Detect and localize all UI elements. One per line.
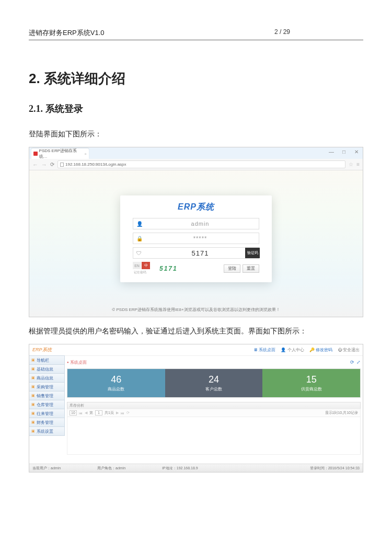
sidebar-item-purchase[interactable]: 采购管理 bbox=[29, 382, 65, 391]
url-text: 192.168.18.250:8013/Login.aspx bbox=[65, 162, 126, 167]
intro-text: 登陆界面如下图所示： bbox=[29, 128, 363, 141]
tile-customers-value: 24 bbox=[209, 374, 219, 385]
brand-text: ERP系统 bbox=[32, 347, 52, 353]
page-number: 2 / 29 bbox=[274, 28, 290, 38]
reload-icon[interactable]: ⟳ bbox=[50, 161, 54, 167]
tile-goods-value: 46 bbox=[111, 374, 121, 385]
panel-tools[interactable]: ⟳ ⤢ bbox=[350, 360, 361, 365]
window-close-icon[interactable]: ✕ bbox=[350, 147, 363, 156]
password-field[interactable]: 🔒 ***** bbox=[133, 233, 259, 244]
sidebar-item-finance[interactable]: 财务管理 bbox=[29, 418, 65, 427]
menu-change-pw[interactable]: 🔑 修改密码 bbox=[309, 347, 332, 353]
tile-suppliers[interactable]: 15 供货商总数 bbox=[262, 369, 360, 397]
subsection-heading: 2.1. 系统登录 bbox=[29, 102, 363, 115]
language-switch[interactable]: EN 中 bbox=[133, 262, 150, 269]
browser-titlebar: PSDS ERP进销存系统… × — □ ✕ bbox=[29, 147, 363, 159]
pager-prev-icon[interactable]: ◀ bbox=[85, 411, 87, 415]
status-role: 用户角色：admin bbox=[97, 466, 125, 471]
sidebar: 导航栏 基础信息 商品信息 采购管理 销售管理 仓库管理 往来管理 财务管理 系… bbox=[29, 356, 65, 460]
dashboard-topbar: ERP系统 🖥 系统桌面 👤 个人中心 🔑 修改密码 ⏻ 安全退出 bbox=[29, 344, 363, 356]
window-maximize-icon[interactable]: □ bbox=[338, 147, 350, 156]
status-bar: 当前用户：admin 用户角色：admin IP地址：192.168.18.9 … bbox=[29, 464, 363, 472]
status-user: 当前用户：admin bbox=[32, 466, 61, 471]
lang-cn-button[interactable]: 中 bbox=[142, 262, 150, 269]
verify-code-value: 5171 bbox=[145, 249, 256, 257]
username-value: admin bbox=[145, 221, 256, 227]
expand-icon[interactable]: ⤢ bbox=[356, 360, 361, 365]
login-button[interactable]: 登陆 bbox=[224, 264, 240, 273]
top-menu: 🖥 系统桌面 👤 个人中心 🔑 修改密码 ⏻ 安全退出 bbox=[253, 347, 360, 353]
login-card: ERP系统 👤 admin 🔒 ***** 🛡 5171 验证码 EN 中 bbox=[120, 195, 272, 282]
page-icon bbox=[60, 163, 64, 167]
browser-tab[interactable]: PSDS ERP进销存系统… × bbox=[31, 148, 89, 159]
lang-en-button[interactable]: EN bbox=[133, 262, 141, 269]
bookmark-icon[interactable]: ☆ bbox=[349, 161, 353, 167]
verify-code-field[interactable]: 🛡 5171 验证码 bbox=[133, 247, 259, 259]
pager-refresh-icon[interactable]: ⟳ bbox=[126, 411, 130, 415]
stat-tiles: 46 商品总数 24 客户总数 15 供货商总数 bbox=[67, 368, 361, 398]
pager-info: 显示1到10,共10记录 bbox=[325, 410, 358, 416]
tile-customers[interactable]: 24 客户总数 bbox=[165, 369, 263, 397]
nav-back-icon[interactable]: ← bbox=[32, 161, 38, 168]
address-bar[interactable]: 192.168.18.250:8013/Login.aspx bbox=[57, 160, 345, 168]
tile-suppliers-value: 15 bbox=[306, 374, 317, 385]
reset-button[interactable]: 重置 bbox=[243, 264, 259, 273]
page-size-select[interactable]: 10 bbox=[70, 410, 77, 416]
user-icon: 👤 bbox=[136, 221, 143, 227]
login-screenshot: PSDS ERP进销存系统… × — □ ✕ ← → ⟳ 192.168.18.… bbox=[29, 147, 363, 317]
doc-title: 进销存财务ERP系统V1.0 bbox=[29, 28, 104, 38]
tab-desktop[interactable]: 系统桌面 bbox=[67, 360, 87, 365]
window-minimize-icon[interactable]: — bbox=[325, 147, 338, 156]
tile-customers-label: 客户总数 bbox=[205, 386, 222, 392]
pager-next-icon[interactable]: ▶ bbox=[116, 411, 119, 415]
tab-favicon-icon bbox=[33, 152, 38, 156]
sidebar-item-goods[interactable]: 商品信息 bbox=[29, 373, 65, 383]
sidebar-item-settings[interactable]: 系统设置 bbox=[29, 426, 65, 436]
remember-password-label[interactable]: 记住密码 bbox=[134, 270, 150, 275]
pager-first-icon[interactable]: ⏮ bbox=[79, 411, 83, 415]
lock-icon: 🔒 bbox=[136, 236, 143, 241]
sidebar-item-warehouse[interactable]: 仓库管理 bbox=[29, 400, 65, 409]
tile-goods-label: 商品总数 bbox=[108, 386, 124, 392]
login-title: ERP系统 bbox=[133, 202, 259, 213]
captcha-image[interactable]: 5171 bbox=[159, 265, 178, 272]
tile-goods[interactable]: 46 商品总数 bbox=[67, 369, 165, 397]
document-header: 进销存财务ERP系统V1.0 2 / 29 bbox=[29, 28, 363, 40]
dashboard-screenshot: ERP系统 🖥 系统桌面 👤 个人中心 🔑 修改密码 ⏻ 安全退出 导航栏 基础… bbox=[29, 344, 363, 472]
tab-title: PSDS ERP进销存系统… bbox=[39, 148, 83, 159]
tab-close-icon[interactable]: × bbox=[84, 152, 87, 156]
nav-forward-icon[interactable]: → bbox=[41, 161, 47, 168]
main-content: 系统桌面 ⟳ ⤢ 46 商品总数 24 客户总数 bbox=[65, 356, 363, 460]
browser-toolbar: ← → ⟳ 192.168.18.250:8013/Login.aspx ☆ ≡ bbox=[29, 159, 363, 170]
sidebar-item-exchange[interactable]: 往来管理 bbox=[29, 409, 65, 418]
section-heading: 2. 系统详细介绍 bbox=[29, 70, 363, 88]
status-ip: IP地址：192.168.18.9 bbox=[162, 466, 198, 471]
pagination-bar[interactable]: 10 ⏮ ◀ 第 1 共1页 ▶ ⏭ ⟳ 显示1到10,共10记录 bbox=[67, 409, 361, 417]
menu-desktop[interactable]: 🖥 系统桌面 bbox=[253, 347, 275, 353]
sidebar-item-nav[interactable]: 导航栏 bbox=[29, 355, 65, 365]
data-grid-empty bbox=[67, 417, 361, 455]
sidebar-item-sales[interactable]: 销售管理 bbox=[29, 391, 65, 400]
tile-suppliers-label: 供货商总数 bbox=[301, 386, 322, 392]
menu-personal[interactable]: 👤 个人中心 bbox=[281, 347, 304, 353]
login-footer-text: © PSDS ERP进销存系统推荐使用IE8+浏览器或可以及谷歌浏览器以达到更佳… bbox=[29, 307, 363, 313]
username-field[interactable]: 👤 admin bbox=[133, 218, 259, 229]
after-login-text: 根据管理员提供的用户名密码输入，验证通过后进入到系统主页面。界面如下图所示： bbox=[29, 325, 363, 338]
panel-header: 库存分析 bbox=[67, 402, 361, 409]
refresh-icon[interactable]: ⟳ bbox=[350, 360, 354, 365]
pager-last-icon[interactable]: ⏭ bbox=[121, 411, 124, 415]
status-time: 登录时间：2016/5/24 10:54:33 bbox=[310, 466, 360, 471]
pager-prefix: 第 bbox=[89, 410, 93, 416]
menu-icon[interactable]: ≡ bbox=[356, 161, 360, 167]
sidebar-item-basic[interactable]: 基础信息 bbox=[29, 364, 65, 374]
password-value: ***** bbox=[145, 235, 256, 241]
verify-badge: 验证码 bbox=[245, 248, 260, 258]
pager-total: 共1页 bbox=[105, 410, 114, 416]
shield-icon: 🛡 bbox=[136, 250, 143, 256]
menu-logout[interactable]: ⏻ 安全退出 bbox=[338, 347, 360, 353]
page-number-input[interactable]: 1 bbox=[95, 410, 102, 416]
